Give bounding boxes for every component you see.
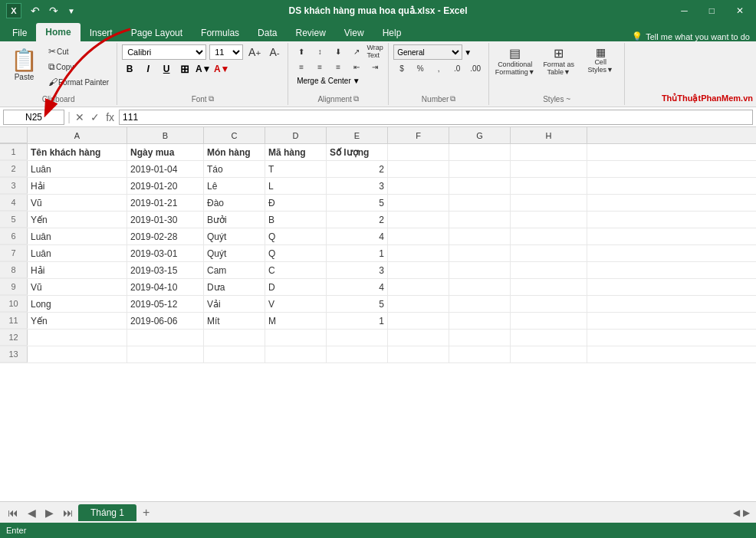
- cell-g7[interactable]: [449, 245, 511, 261]
- cell-f4[interactable]: [388, 195, 449, 211]
- cell-f9[interactable]: [388, 279, 449, 295]
- cell-a7[interactable]: Luân: [28, 245, 127, 261]
- col-header-f[interactable]: F: [388, 127, 449, 143]
- cell-f3[interactable]: [388, 178, 449, 194]
- alignment-expand-icon[interactable]: ⧉: [353, 94, 359, 103]
- cell-g9[interactable]: [449, 279, 511, 295]
- sheet-tab-nav-last[interactable]: ⏭: [58, 507, 78, 519]
- cell-c7[interactable]: Quýt: [204, 245, 265, 261]
- quick-access-more[interactable]: ▼: [64, 5, 78, 17]
- cell-g1[interactable]: [449, 144, 511, 160]
- cell-e6[interactable]: 4: [327, 228, 388, 244]
- cell-c13[interactable]: [204, 346, 265, 362]
- cell-c5[interactable]: Bưởi: [204, 212, 265, 228]
- cell-c3[interactable]: Lê: [204, 178, 265, 194]
- increase-decimal-button[interactable]: .0: [449, 61, 465, 75]
- number-expand-icon[interactable]: ⧉: [450, 94, 455, 103]
- cell-a13[interactable]: [28, 346, 127, 362]
- bold-button[interactable]: B: [122, 61, 137, 77]
- cell-f1[interactable]: [388, 144, 449, 160]
- cell-c4[interactable]: Đào: [204, 195, 265, 211]
- cell-f13[interactable]: [388, 346, 449, 362]
- tab-data[interactable]: Data: [248, 25, 286, 41]
- decrease-indent-button[interactable]: ⇤: [348, 60, 365, 74]
- cell-g2[interactable]: [449, 161, 511, 177]
- cell-b6[interactable]: 2019-02-28: [127, 228, 204, 244]
- cell-a11[interactable]: Yến: [28, 313, 127, 329]
- align-right-button[interactable]: ≡: [330, 60, 347, 74]
- format-painter-button[interactable]: 🖌Format Painter: [45, 75, 112, 89]
- col-header-b[interactable]: B: [127, 127, 204, 143]
- cell-f10[interactable]: [388, 296, 449, 312]
- col-header-e[interactable]: E: [327, 127, 388, 143]
- border-button[interactable]: ⊞: [177, 61, 192, 77]
- conditional-formatting-button[interactable]: ▤ ConditionalFormatting▼: [494, 44, 536, 77]
- cell-e13[interactable]: [327, 346, 388, 362]
- cell-d9[interactable]: D: [265, 279, 327, 295]
- tell-me-box[interactable]: 💡 Tell me what you want to do: [626, 31, 756, 41]
- cancel-formula-button[interactable]: ✕: [74, 111, 86, 123]
- cell-d10[interactable]: V: [265, 296, 327, 312]
- cell-g6[interactable]: [449, 228, 511, 244]
- col-header-g[interactable]: G: [449, 127, 511, 143]
- cell-h8[interactable]: [511, 262, 587, 278]
- cell-b7[interactable]: 2019-03-01: [127, 245, 204, 261]
- cell-d6[interactable]: Q: [265, 228, 327, 244]
- cell-e8[interactable]: 3: [327, 262, 388, 278]
- paste-button[interactable]: 📋 Paste: [5, 44, 44, 84]
- font-grow-button[interactable]: A+: [246, 45, 263, 59]
- cell-h13[interactable]: [511, 346, 587, 362]
- cell-a6[interactable]: Luân: [28, 228, 127, 244]
- fill-color-button[interactable]: A▼: [196, 61, 211, 77]
- cell-b5[interactable]: 2019-01-30: [127, 212, 204, 228]
- cell-c1[interactable]: Món hàng: [204, 144, 265, 160]
- cell-d4[interactable]: Đ: [265, 195, 327, 211]
- cell-b9[interactable]: 2019-04-10: [127, 279, 204, 295]
- cell-f6[interactable]: [388, 228, 449, 244]
- cell-a2[interactable]: Luân: [28, 161, 127, 177]
- cell-h2[interactable]: [511, 161, 587, 177]
- formula-input[interactable]: [119, 110, 753, 125]
- col-header-a[interactable]: A: [28, 127, 127, 143]
- cell-a9[interactable]: Vũ: [28, 279, 127, 295]
- number-format-select[interactable]: General: [393, 44, 462, 60]
- increase-indent-button[interactable]: ⇥: [366, 60, 383, 74]
- cell-f11[interactable]: [388, 313, 449, 329]
- cell-b4[interactable]: 2019-01-21: [127, 195, 204, 211]
- cell-h7[interactable]: [511, 245, 587, 261]
- cell-h3[interactable]: [511, 178, 587, 194]
- tab-page-layout[interactable]: Page Layout: [122, 25, 192, 41]
- font-size-select[interactable]: 11: [209, 44, 243, 60]
- cut-button[interactable]: ✂Cut: [45, 44, 112, 58]
- cell-h1[interactable]: [511, 144, 587, 160]
- cell-c12[interactable]: [204, 330, 265, 346]
- decrease-decimal-button[interactable]: .00: [467, 61, 484, 75]
- cell-g4[interactable]: [449, 195, 511, 211]
- insert-function-button[interactable]: fx: [104, 111, 116, 123]
- cell-e1[interactable]: Số lượng: [327, 144, 388, 160]
- cell-styles-button[interactable]: ▦ CellStyles▼: [581, 44, 620, 75]
- cell-d3[interactable]: L: [265, 178, 327, 194]
- cell-b1[interactable]: Ngày mua: [127, 144, 204, 160]
- cell-d2[interactable]: T: [265, 161, 327, 177]
- cell-e4[interactable]: 5: [327, 195, 388, 211]
- cell-e12[interactable]: [327, 330, 388, 346]
- cell-d13[interactable]: [265, 346, 327, 362]
- cell-a10[interactable]: Long: [28, 296, 127, 312]
- sheet-tab-thang1[interactable]: Tháng 1: [78, 504, 136, 521]
- align-top-button[interactable]: ⬆: [293, 44, 310, 58]
- redo-button[interactable]: ↷: [46, 3, 61, 18]
- cell-h9[interactable]: [511, 279, 587, 295]
- cell-b10[interactable]: 2019-05-12: [127, 296, 204, 312]
- cell-f7[interactable]: [388, 245, 449, 261]
- cell-c11[interactable]: Mít: [204, 313, 265, 329]
- cell-d12[interactable]: [265, 330, 327, 346]
- merge-center-button[interactable]: Merge & Center▼: [293, 75, 364, 87]
- cell-b3[interactable]: 2019-01-20: [127, 178, 204, 194]
- text-angle-button[interactable]: ↗: [348, 44, 365, 58]
- font-shrink-button[interactable]: A-: [266, 45, 283, 59]
- cell-d8[interactable]: C: [265, 262, 327, 278]
- cell-c9[interactable]: Dưa: [204, 279, 265, 295]
- cell-b8[interactable]: 2019-03-15: [127, 262, 204, 278]
- sheet-tab-nav-first[interactable]: ⏮: [3, 507, 23, 519]
